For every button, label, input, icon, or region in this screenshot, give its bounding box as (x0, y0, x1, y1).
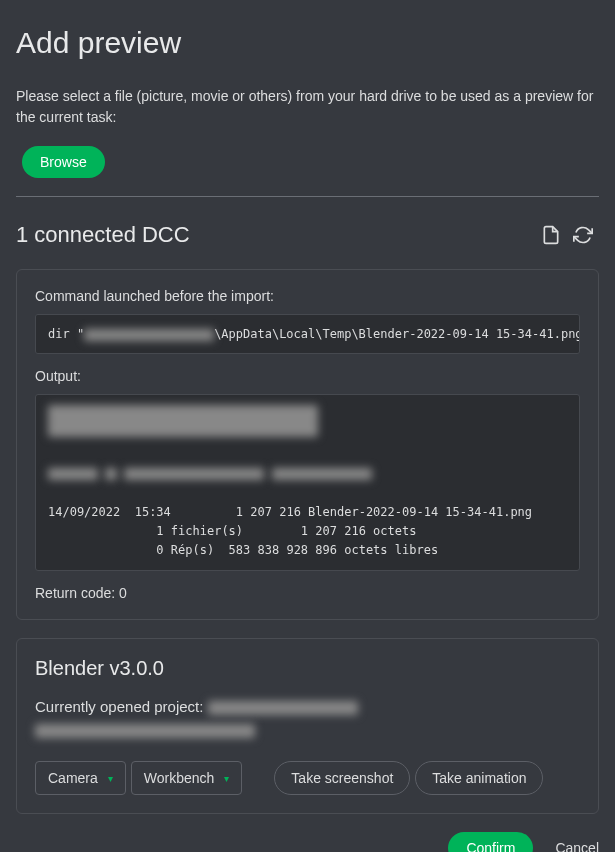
refresh-icon (573, 225, 593, 245)
dialog-footer: Confirm Cancel (16, 832, 599, 852)
command-block: dir "\AppData\Local\Temp\Blender-2022-09… (35, 314, 580, 354)
dcc-name: Blender v3.0.0 (35, 657, 580, 680)
instruction-text: Please select a file (picture, movie or … (16, 86, 599, 128)
take-animation-button[interactable]: Take animation (415, 761, 543, 795)
dcc-count-header: 1 connected DCC (16, 222, 535, 248)
renderer-label: Workbench (144, 770, 215, 786)
output-block: 14/09/2022 15:34 1 207 216 Blender-2022-… (35, 394, 580, 571)
page-title: Add preview (16, 26, 599, 60)
return-code: Return code: 0 (35, 585, 580, 601)
browse-button[interactable]: Browse (22, 146, 105, 178)
dcc-panel: Blender v3.0.0 Currently opened project:… (16, 638, 599, 814)
chevron-down-icon: ▾ (224, 773, 229, 784)
file-icon (541, 225, 561, 245)
command-panel: Command launched before the import: dir … (16, 269, 599, 620)
project-line: Currently opened project: (35, 698, 580, 715)
renderer-dropdown[interactable]: Workbench ▾ (131, 761, 243, 795)
output-label: Output: (35, 368, 580, 384)
project-path-redacted (35, 721, 580, 739)
confirm-button[interactable]: Confirm (448, 832, 533, 852)
divider (16, 196, 599, 197)
refresh-icon-button[interactable] (567, 219, 599, 251)
chevron-down-icon: ▾ (108, 773, 113, 784)
camera-label: Camera (48, 770, 98, 786)
command-label: Command launched before the import: (35, 288, 580, 304)
file-icon-button[interactable] (535, 219, 567, 251)
cancel-link[interactable]: Cancel (555, 840, 599, 852)
take-screenshot-button[interactable]: Take screenshot (274, 761, 410, 795)
camera-dropdown[interactable]: Camera ▾ (35, 761, 126, 795)
